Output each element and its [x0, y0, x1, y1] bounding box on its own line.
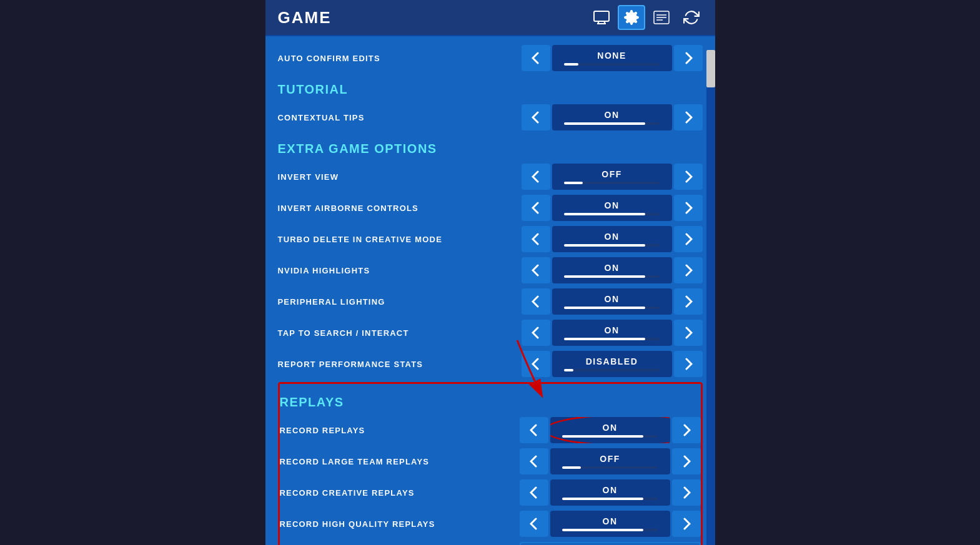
setting-label-tap-to-search: TAP TO SEARCH / INTERACT: [278, 328, 522, 338]
value-text-auto-confirm-edits: NONE: [597, 51, 626, 61]
chevron-right-icon: [684, 358, 693, 370]
arrow-right-invert-view[interactable]: [674, 164, 703, 190]
chevron-left-icon: [530, 518, 538, 530]
chevron-right-icon: [682, 486, 691, 499]
value-box-report-perf: DISABLED: [552, 351, 672, 377]
chevron-right-icon: [684, 295, 693, 308]
arrow-left-peripheral-lighting[interactable]: [522, 288, 550, 315]
setting-row-tap-to-search: TAP TO SEARCH / INTERACT ON: [278, 317, 703, 348]
setting-row-color-config: COLOR CONFIGURATION START: [280, 539, 701, 545]
arrow-left-report-perf[interactable]: [522, 351, 550, 377]
arrow-right-contextual-tips[interactable]: [674, 104, 703, 130]
arrow-right-record-replays[interactable]: [672, 417, 701, 443]
value-box-tap-to-search: ON: [552, 320, 672, 346]
setting-row-contextual-tips: CONTEXTUAL TIPS ON: [278, 102, 703, 133]
page-title: GAME: [278, 8, 332, 27]
setting-control-nvidia-highlights: ON: [522, 257, 703, 283]
arrow-right-record-large-team[interactable]: [672, 448, 701, 474]
arrow-left-record-large-team[interactable]: [520, 448, 548, 474]
arrow-right-record-high-quality[interactable]: [672, 511, 701, 537]
value-text-record-replays: ON: [603, 423, 618, 433]
arrow-right-auto-confirm-edits[interactable]: [674, 45, 703, 71]
arrow-left-auto-confirm-edits[interactable]: [522, 45, 550, 71]
value-text-peripheral-lighting: ON: [605, 294, 620, 304]
value-box-record-large-team: OFF: [550, 448, 670, 474]
setting-label-report-perf: REPORT PERFORMANCE STATS: [278, 360, 522, 369]
chevron-right-icon: [684, 202, 693, 214]
setting-control-record-high-quality: ON: [520, 511, 701, 537]
setting-control-invert-airborne: ON: [522, 195, 703, 221]
monitor-icon: [593, 11, 610, 24]
chevron-left-icon: [530, 455, 538, 468]
scroll-track[interactable]: [706, 50, 715, 545]
scroll-thumb[interactable]: [706, 50, 715, 87]
setting-label-record-high-quality: RECORD HIGH QUALITY REPLAYS: [280, 519, 520, 529]
chevron-left-icon: [532, 327, 540, 339]
setting-control-invert-view: OFF: [522, 164, 703, 190]
chevron-left-icon: [532, 233, 540, 245]
chevron-left-icon: [530, 486, 538, 499]
list-icon-btn[interactable]: [648, 5, 675, 30]
monitor-icon-btn[interactable]: [588, 5, 615, 30]
arrow-left-record-replays[interactable]: [520, 417, 548, 443]
arrow-left-record-high-quality[interactable]: [520, 511, 548, 537]
setting-control-color-config: START: [520, 542, 701, 545]
setting-control-record-creative: ON: [520, 479, 701, 506]
arrow-left-turbo-delete[interactable]: [522, 226, 550, 252]
arrow-right-record-creative[interactable]: [672, 479, 701, 506]
setting-control-turbo-delete: ON: [522, 226, 703, 252]
setting-row-peripheral-lighting: PERIPHERAL LIGHTING ON: [278, 286, 703, 317]
value-box-invert-view: OFF: [552, 164, 672, 190]
arrow-left-nvidia-highlights[interactable]: [522, 257, 550, 283]
setting-label-invert-view: INVERT VIEW: [278, 172, 522, 182]
chevron-right-icon: [682, 424, 691, 436]
value-bar-track: [564, 275, 660, 278]
chevron-right-icon: [684, 111, 693, 124]
arrow-left-invert-airborne[interactable]: [522, 195, 550, 221]
value-text-report-perf: DISABLED: [586, 356, 638, 366]
setting-label-auto-confirm-edits: AUTO CONFIRM EDITS: [278, 54, 522, 63]
value-box-peripheral-lighting: ON: [552, 288, 672, 315]
value-bar-fill: [564, 213, 646, 215]
value-bar-fill: [562, 466, 582, 469]
value-text-nvidia-highlights: ON: [605, 263, 620, 273]
arrow-right-nvidia-highlights[interactable]: [674, 257, 703, 283]
refresh-icon-btn[interactable]: [678, 5, 705, 30]
arrow-right-peripheral-lighting[interactable]: [674, 288, 703, 315]
arrow-right-turbo-delete[interactable]: [674, 226, 703, 252]
setting-label-record-large-team: RECORD LARGE TEAM REPLAYS: [280, 457, 520, 466]
setting-label-invert-airborne: INVERT AIRBORNE CONTROLS: [278, 204, 522, 213]
value-bar-fill: [564, 307, 646, 309]
gear-icon-btn[interactable]: [618, 5, 645, 30]
value-bar-fill: [564, 338, 646, 340]
arrow-left-invert-view[interactable]: [522, 164, 550, 190]
arrow-right-invert-airborne[interactable]: [674, 195, 703, 221]
arrow-right-report-perf[interactable]: [674, 351, 703, 377]
setting-control-tap-to-search: ON: [522, 320, 703, 346]
color-config-start-btn[interactable]: START: [520, 542, 701, 545]
arrow-left-record-creative[interactable]: [520, 479, 548, 506]
value-bar-track: [564, 307, 660, 309]
setting-label-record-replays: RECORD REPLAYS: [280, 426, 520, 435]
setting-row-report-perf: REPORT PERFORMANCE STATS DISABLED: [278, 348, 703, 380]
arrow-left-tap-to-search[interactable]: [522, 320, 550, 346]
value-box-nvidia-highlights: ON: [552, 257, 672, 283]
value-box-auto-confirm-edits: NONE: [552, 45, 672, 71]
value-bar-track: [562, 466, 658, 469]
refresh-icon: [683, 9, 700, 26]
value-box-record-high-quality: ON: [550, 511, 670, 537]
value-bar-track: [564, 244, 660, 247]
arrow-left-contextual-tips[interactable]: [522, 104, 550, 130]
chevron-right-icon: [684, 52, 693, 64]
chevron-right-icon: [682, 518, 691, 530]
value-box-invert-airborne: ON: [552, 195, 672, 221]
value-bar-track: [564, 338, 660, 340]
section-label-tutorial: TUTORIAL: [278, 82, 703, 97]
arrow-right-tap-to-search[interactable]: [674, 320, 703, 346]
value-bar-fill: [564, 182, 583, 184]
value-text-record-large-team: OFF: [600, 454, 620, 464]
value-bar-track: [562, 435, 658, 438]
setting-row-auto-confirm-edits: AUTO CONFIRM EDITS NONE: [278, 42, 703, 74]
value-bar-track: [562, 529, 658, 531]
value-bar-track: [564, 213, 660, 215]
